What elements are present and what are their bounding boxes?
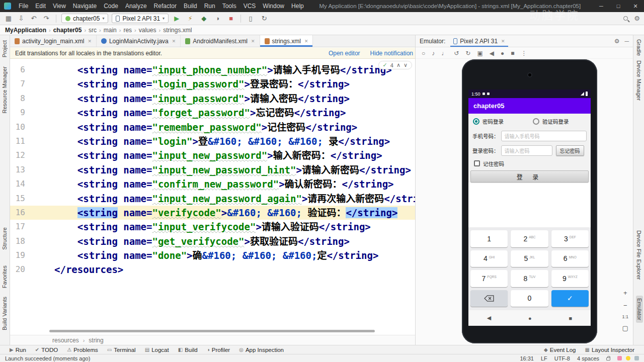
tool-strip-emulator[interactable]: Emulator xyxy=(636,296,643,323)
key-1[interactable]: 1 xyxy=(470,230,508,247)
open-editor-link[interactable]: Open editor xyxy=(329,50,360,57)
screenshot-icon[interactable]: ▣ xyxy=(477,50,482,57)
line-number[interactable]: 15 xyxy=(10,192,28,206)
settings-icon[interactable]: ⚙ xyxy=(614,38,620,45)
menu-refactor[interactable]: Refactor xyxy=(150,0,180,12)
close-icon[interactable]: ✕ xyxy=(501,39,505,44)
key-9[interactable]: 9WXYZ xyxy=(551,270,589,287)
tool-strip-device-manager[interactable]: Device Manager xyxy=(636,60,642,101)
zoom-in-button[interactable]: + xyxy=(623,289,627,297)
line-number[interactable]: 11 xyxy=(10,134,28,148)
menu-code[interactable]: Code xyxy=(100,0,122,12)
zoom-fit-button[interactable]: ▢ xyxy=(622,324,628,332)
line-number[interactable]: 8 xyxy=(10,92,28,106)
hide-panel-icon[interactable]: ─ xyxy=(624,38,629,45)
line-number[interactable]: 20 xyxy=(10,262,28,277)
status-pig-icon[interactable] xyxy=(617,356,622,360)
tab-strings-xml[interactable]: strings.xml✕ xyxy=(260,35,313,47)
more-icon[interactable]: ⋮ xyxy=(521,50,527,57)
enter-key[interactable]: ✓ xyxy=(551,290,589,307)
file-encoding[interactable]: UTF-8 xyxy=(554,355,570,361)
password-login-label[interactable]: 密码登录 xyxy=(482,118,504,125)
toolwindow-todo[interactable]: ✔TODO xyxy=(31,347,62,353)
key-7[interactable]: 7PQRS xyxy=(470,270,508,287)
redo-icon[interactable]: ↷ xyxy=(42,15,51,22)
maximize-button[interactable]: □ xyxy=(610,0,627,12)
code-text[interactable]: <string name="confirm_new_password">确认新密… xyxy=(28,177,394,191)
menu-tools[interactable]: Tools xyxy=(219,0,240,12)
key-8[interactable]: 8TUV xyxy=(511,270,548,287)
tool-strip-build-variants[interactable]: Build Variants xyxy=(2,297,8,330)
zoom-out-button[interactable]: − xyxy=(623,302,627,309)
key-3[interactable]: 3DEF xyxy=(551,230,589,247)
device-selector[interactable]: Pixel 2 API 31 ▾ xyxy=(112,14,169,23)
code-text[interactable]: <string name="login">登&#160; &#160; &#16… xyxy=(28,134,390,148)
tab-androidmanifest-xml[interactable]: AndroidManifest.xml✕ xyxy=(181,35,260,47)
code-text[interactable]: </resources> xyxy=(28,262,123,277)
tab-activity-login-main-xml[interactable]: activity_login_main.xml✕ xyxy=(10,35,97,47)
device-manager-icon[interactable]: ▯ xyxy=(246,15,255,22)
line-number[interactable]: 19 xyxy=(10,248,28,262)
line-separator[interactable]: LF xyxy=(541,355,547,361)
line-number[interactable]: 6 xyxy=(10,63,28,77)
breadcrumb-item-values[interactable]: values xyxy=(139,27,156,34)
back-icon[interactable]: ◀ xyxy=(490,50,494,57)
toolwindow-profiler[interactable]: ◑Profiler xyxy=(202,347,234,353)
toolwindow-event-log[interactable]: ◆Event Log xyxy=(539,347,581,353)
code-text[interactable]: <string name="input_phone_number">请输入手机号… xyxy=(28,63,392,77)
breadcrumb-item-main[interactable]: main xyxy=(104,27,117,34)
tool-strip-favorites[interactable]: Favorites xyxy=(2,265,8,288)
indent-style[interactable]: 4 spaces xyxy=(577,355,599,361)
line-number[interactable]: 7 xyxy=(10,77,28,91)
code-text[interactable]: <string name="input_new_password">输入新密码：… xyxy=(28,148,382,162)
code-text[interactable]: <string name="login_password">登录密码：</str… xyxy=(28,77,350,91)
save-all-icon[interactable]: ⇩ xyxy=(17,15,26,22)
key-2[interactable]: 2ABC xyxy=(511,230,548,247)
code-text[interactable]: <string name="input_new_password_hint">请… xyxy=(28,163,411,177)
menu-vcs[interactable]: VCS xyxy=(240,0,260,12)
menu-view[interactable]: View xyxy=(49,0,69,12)
line-number[interactable]: 16 xyxy=(10,206,28,220)
caret-position[interactable]: 16:31 xyxy=(520,355,534,361)
toolwindow-app-inspection[interactable]: ◎App Inspection xyxy=(234,347,288,353)
home-nav-icon[interactable]: ● xyxy=(528,315,532,321)
volume-down-icon[interactable]: ♩ xyxy=(441,50,447,57)
hide-notification-link[interactable]: Hide notification xyxy=(370,50,413,57)
open-icon[interactable]: ▦ xyxy=(4,15,13,22)
remember-password-label[interactable]: 记住密码 xyxy=(483,160,504,167)
key-0[interactable]: 0 xyxy=(511,290,548,307)
toolwindow-logcat[interactable]: ▤Logcat xyxy=(140,347,174,353)
overview-icon[interactable]: ■ xyxy=(511,50,514,57)
line-number[interactable]: 14 xyxy=(10,177,28,191)
search-icon[interactable] xyxy=(623,16,628,21)
prev-inspection-icon[interactable]: ∧ xyxy=(396,62,400,68)
line-number[interactable]: 18 xyxy=(10,234,28,248)
overview-nav-icon[interactable]: ■ xyxy=(569,315,572,321)
stop-icon[interactable]: ■ xyxy=(226,15,235,22)
phone-number-input[interactable]: 请输入手机号码 xyxy=(501,131,587,141)
menu-help[interactable]: Help xyxy=(288,0,307,12)
horizontal-scrollbar[interactable] xyxy=(49,330,375,332)
code-editor[interactable]: 6 <string name="input_phone_number">请输入手… xyxy=(10,59,425,335)
close-icon[interactable]: ✕ xyxy=(172,39,176,44)
toolwindow-build[interactable]: ◧Build xyxy=(174,347,202,353)
power-icon[interactable]: ○ xyxy=(422,50,425,57)
run-icon[interactable]: ▶ xyxy=(172,15,181,22)
breadcrumb-item-res[interactable]: res xyxy=(123,27,132,34)
device-screen[interactable]: 1:50 chapter05 密码登录 xyxy=(468,89,591,326)
breadcrumb-item-myapplication[interactable]: MyApplication xyxy=(5,27,46,34)
menu-window[interactable]: Window xyxy=(259,0,288,12)
remember-password-checkbox[interactable] xyxy=(474,160,480,166)
status-smiley-icon[interactable] xyxy=(626,356,630,360)
password-input[interactable]: 请输入密码 xyxy=(501,145,552,156)
tool-strip-project[interactable]: Project xyxy=(2,40,8,57)
debug-icon[interactable]: ◆ xyxy=(199,15,208,22)
breadcrumb-item-chapter05[interactable]: chapter05 xyxy=(53,27,82,34)
close-icon[interactable]: ✕ xyxy=(304,39,308,44)
close-button[interactable]: ✕ xyxy=(627,0,644,12)
line-number[interactable]: 9 xyxy=(10,106,28,120)
menu-run[interactable]: Run xyxy=(201,0,219,12)
line-number[interactable]: 10 xyxy=(10,120,28,134)
backspace-key[interactable] xyxy=(470,290,508,307)
tool-strip-gradle[interactable]: Gradle xyxy=(636,39,642,56)
